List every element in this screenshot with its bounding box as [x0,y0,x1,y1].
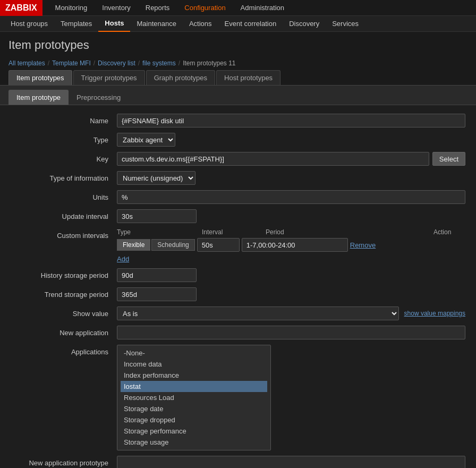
col-header-interval: Interval [202,228,266,236]
units-row: Units [0,190,476,204]
breadcrumb-all-templates[interactable]: All templates [8,59,45,67]
scheduling-btn[interactable]: Scheduling [151,239,194,251]
name-input[interactable] [117,114,465,127]
col-header-action: Action [434,228,465,236]
page-title: Item prototypes [8,38,468,52]
key-row: Key Select [0,152,476,166]
units-input[interactable] [117,190,465,204]
custom-intervals-control: Type Interval Period Action Flexible Sch… [117,228,465,263]
add-btn[interactable]: Add [117,255,129,263]
show-value-label: Show value [11,307,117,318]
breadcrumb-sep2: / [94,59,95,67]
name-row: Name [0,114,476,127]
show-value-control: As is show value mappings [117,307,465,320]
show-value-mappings-link[interactable]: show value mappings [404,310,465,317]
tab-trigger-prototypes[interactable]: Trigger prototypes [73,70,145,85]
sub-tabs: Item prototype Preprocessing [0,86,476,105]
flexible-btn[interactable]: Flexible [117,239,150,251]
history-row: History storage period [0,268,476,282]
history-input[interactable] [117,268,197,282]
nav-administration[interactable]: Administration [233,0,292,16]
units-label: Units [11,190,117,201]
new-app-prototype-row: New application prototype [0,456,476,468]
nav-inventory[interactable]: Inventory [95,0,138,16]
type-info-select[interactable]: Numeric (unsigned) [117,171,196,185]
breadcrumb-sep3: / [138,59,140,67]
new-application-row: New application [0,326,476,339]
type-info-label: Type of information [11,171,117,182]
nav-hosts[interactable]: Hosts [98,16,130,32]
update-interval-label: Update interval [11,209,117,220]
custom-intervals-label: Custom intervals [11,228,117,240]
applications-listbox[interactable]: -None- Income data Index perfomance Iost… [117,345,271,450]
nav-services[interactable]: Services [326,16,365,32]
type-info-row: Type of information Numeric (unsigned) [0,171,476,185]
key-input[interactable] [117,152,429,166]
trend-row: Trend storage period [0,287,476,301]
nav-monitoring[interactable]: Monitoring [48,0,95,16]
units-control [117,190,465,204]
type-info-control: Numeric (unsigned) [117,171,465,185]
update-interval-control [117,209,465,223]
nav-maintenance[interactable]: Maintenance [130,16,182,32]
form-area: Name Type Zabbix agent Key Select Type o… [0,105,476,468]
breadcrumb-template-mfi[interactable]: Template MFI [52,59,91,67]
nav-actions[interactable]: Actions [183,16,218,32]
show-value-select[interactable]: As is [117,307,399,320]
show-value-row: Show value As is show value mappings [0,307,476,320]
trend-control [117,287,465,301]
breadcrumb-sep4: / [178,59,180,67]
col-header-period: Period [266,228,434,236]
nav-configuration[interactable]: Configuration [177,0,233,16]
breadcrumb-file-systems[interactable]: file systems [142,59,176,67]
nav-host-groups[interactable]: Host groups [4,16,54,32]
history-control [117,268,465,282]
nav-reports[interactable]: Reports [138,0,177,16]
tab-navigation: Item prototypes Trigger prototypes Graph… [0,70,476,86]
type-row: Type Zabbix agent [0,133,476,147]
breadcrumb: All templates / Template MFI / Discovery… [0,56,476,70]
interval-row: Flexible Scheduling Remove [117,238,465,252]
new-application-input[interactable] [117,326,465,339]
type-label: Type [11,133,117,144]
applications-label: Applications [11,345,117,356]
new-application-control [117,326,465,339]
nav-discovery[interactable]: Discovery [283,16,326,32]
custom-intervals-row: Custom intervals Type Interval Period Ac… [0,228,476,263]
sub-tab-preprocessing[interactable]: Preprocessing [69,90,129,105]
type-control: Zabbix agent [117,133,465,147]
name-control [117,114,465,127]
breadcrumb-discovery-list[interactable]: Discovery list [98,59,135,67]
trend-input[interactable] [117,287,197,301]
type-select[interactable]: Zabbix agent [117,133,175,147]
sub-tab-item-prototype[interactable]: Item prototype [8,90,69,105]
key-control: Select [117,152,465,166]
update-interval-input[interactable] [117,209,197,223]
interval-input[interactable] [197,238,240,252]
new-app-prototype-control [117,456,465,468]
tab-host-prototypes[interactable]: Host prototypes [216,70,280,85]
period-input[interactable] [242,238,348,252]
update-interval-row: Update interval [0,209,476,223]
col-header-type: Type [117,228,202,236]
history-label: History storage period [11,268,117,279]
select-button[interactable]: Select [432,152,465,166]
nav-templates[interactable]: Templates [54,16,98,32]
applications-control: -None- Income data Index perfomance Iost… [117,345,465,450]
name-label: Name [11,114,117,125]
tab-item-prototypes[interactable]: Item prototypes [8,70,72,85]
nav-event-correlation[interactable]: Event correlation [218,16,283,32]
new-application-label: New application [11,326,117,337]
breadcrumb-current: Item prototypes 11 [183,59,235,67]
remove-btn[interactable]: Remove [350,241,376,249]
logo: ZABBIX [0,0,42,16]
applications-row: Applications -None- Income data Index pe… [0,345,476,450]
key-label: Key [11,152,117,163]
tab-graph-prototypes[interactable]: Graph prototypes [146,70,215,85]
new-app-prototype-label: New application prototype [11,456,117,467]
new-app-prototype-input[interactable] [117,456,465,468]
breadcrumb-sep1: / [48,59,49,67]
trend-label: Trend storage period [11,287,117,299]
